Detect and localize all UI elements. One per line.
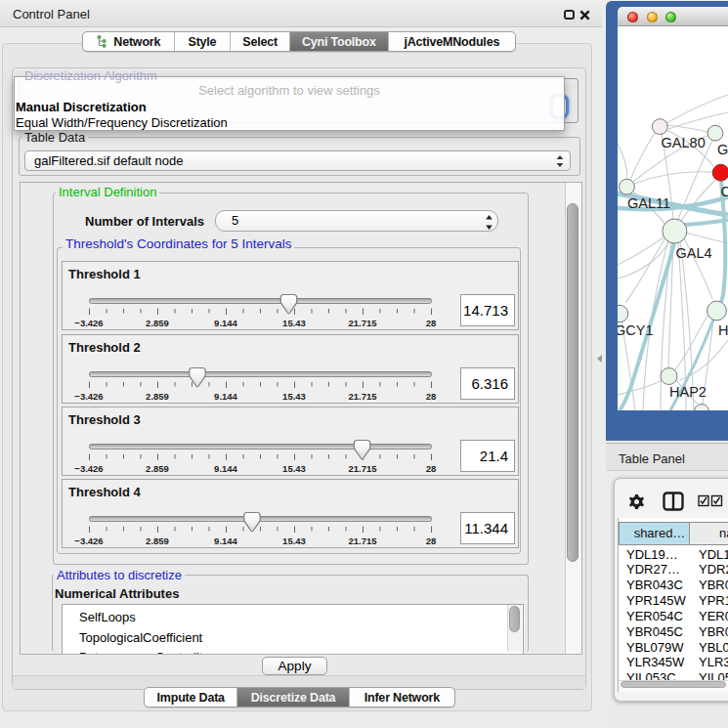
svg-text:HAP2: HAP2 [669, 384, 707, 400]
svg-text:GA: GA [717, 142, 728, 157]
svg-text:GAL4: GAL4 [676, 245, 712, 261]
svg-text:GCY1: GCY1 [618, 322, 654, 338]
svg-text:C: C [721, 184, 728, 199]
svg-text:H: H [718, 322, 728, 338]
svg-text:GAL11: GAL11 [627, 195, 670, 211]
svg-text:GAL80: GAL80 [662, 135, 706, 150]
